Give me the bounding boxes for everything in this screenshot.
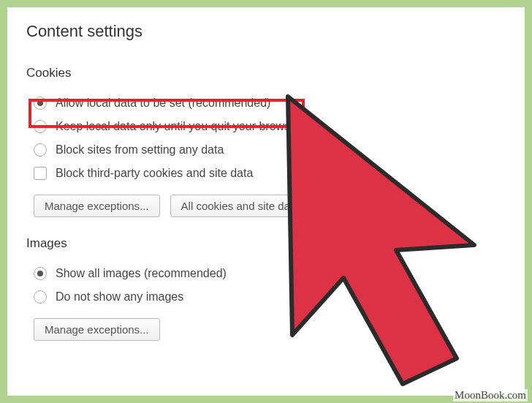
- manage-exceptions-button[interactable]: Manage exceptions...: [34, 195, 160, 217]
- option-label: Keep local data only until you quit your…: [56, 120, 300, 133]
- option-label: Block sites from setting any data: [56, 143, 224, 157]
- images-option-do-not-show[interactable]: Do not show any images: [26, 286, 506, 308]
- radio-icon: [34, 120, 47, 133]
- checkbox-icon: [34, 167, 47, 180]
- images-buttons: Manage exceptions...: [34, 318, 506, 341]
- cookie-buttons: Manage exceptions... All cookies and sit…: [34, 195, 506, 217]
- manage-exceptions-button[interactable]: Manage exceptions...: [34, 318, 160, 341]
- section-title-images: Images: [26, 236, 506, 251]
- option-label: Allow local data to be set (recommended): [56, 97, 270, 110]
- option-label: Do not show any images: [56, 290, 183, 304]
- all-cookies-button[interactable]: All cookies and site data...: [170, 195, 319, 217]
- cookie-option-block-3rdparty[interactable]: Block third-party cookies and site data: [26, 162, 506, 184]
- page-title: Content settings: [26, 22, 506, 41]
- watermark: MoonBook.com: [453, 389, 528, 402]
- cookie-option-allow[interactable]: Allow local data to be set (recommended): [26, 92, 506, 114]
- option-label: Block third-party cookies and site data: [56, 167, 253, 180]
- radio-icon: [34, 143, 47, 157]
- cookie-option-block-all[interactable]: Block sites from setting any data: [26, 139, 506, 161]
- option-label: Show all images (recommended): [56, 267, 227, 280]
- cookie-option-keep-until-quit[interactable]: Keep local data only until you quit your…: [26, 116, 506, 138]
- settings-panel: Content settings Cookies Allow local dat…: [7, 7, 525, 396]
- radio-icon: [34, 267, 47, 280]
- radio-icon: [34, 97, 47, 110]
- section-title-cookies: Cookies: [26, 66, 506, 80]
- radio-icon: [34, 290, 47, 304]
- images-option-show-all[interactable]: Show all images (recommended): [26, 263, 506, 285]
